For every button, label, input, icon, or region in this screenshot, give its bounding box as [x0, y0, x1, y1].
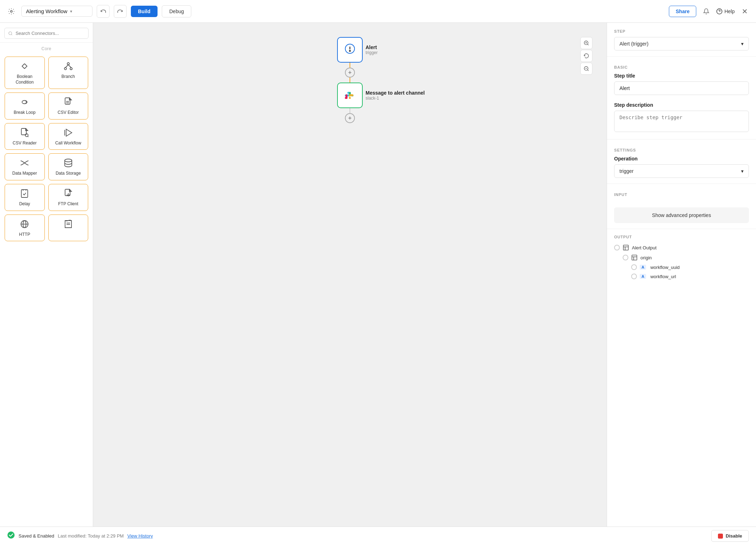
show-advanced-button[interactable]: Show advanced properties	[614, 207, 749, 223]
workflow-title: Alerting Workflow	[26, 8, 67, 14]
view-history-link[interactable]: View History	[127, 533, 153, 539]
svg-rect-39	[623, 245, 628, 250]
disable-label: Disable	[726, 533, 742, 539]
gear-icon[interactable]	[6, 6, 17, 17]
output-radio-alert-output[interactable]	[614, 245, 620, 250]
svg-line-4	[11, 34, 12, 35]
search-wrap	[0, 23, 93, 43]
help-button[interactable]: Help	[716, 8, 735, 15]
csv-reader-label: CSV Reader	[13, 141, 37, 146]
break-loop-icon	[20, 97, 29, 107]
alert-trigger-label: Alert trigger	[366, 44, 378, 55]
connector-break-loop[interactable]: Break Loop	[5, 92, 45, 120]
step-desc-textarea[interactable]	[614, 111, 749, 132]
data-mapper-icon	[20, 158, 29, 168]
divider-1	[607, 56, 756, 57]
delay-icon	[20, 189, 29, 199]
http-icon	[20, 219, 29, 229]
output-item-workflow-url[interactable]: A workflow_url	[631, 272, 749, 281]
undo-button[interactable]	[97, 5, 110, 18]
divider-3	[607, 184, 756, 184]
debug-button[interactable]: Debug	[162, 5, 191, 17]
output-radio-workflow-url[interactable]	[631, 274, 637, 279]
connector-call-workflow[interactable]: Call Workflow	[48, 123, 89, 150]
alert-trigger-node[interactable]	[337, 37, 363, 63]
close-button[interactable]: ✕	[739, 6, 750, 17]
output-children-1: origin A workflow_uuid A workflow_url	[614, 253, 749, 281]
redo-button[interactable]	[114, 5, 127, 18]
zoom-in-button[interactable]	[580, 37, 592, 49]
workflow-title-dropdown[interactable]: Alerting Workflow ▾	[21, 6, 92, 17]
slack-message-node[interactable]	[337, 83, 363, 108]
input-section: INPUT	[607, 186, 756, 204]
http-label: HTTP	[19, 232, 30, 238]
connector-book[interactable]	[48, 215, 89, 242]
step-dropdown-value: Alert (trigger)	[619, 41, 649, 47]
connector-csv-editor[interactable]: CSV Editor	[48, 92, 89, 120]
bell-icon[interactable]	[701, 6, 712, 17]
delay-label: Delay	[19, 201, 30, 207]
output-item-origin[interactable]: origin	[623, 253, 749, 263]
right-panel: Step Alert (trigger) ▾ BASIC Step title …	[607, 23, 756, 527]
step-title-input[interactable]	[614, 81, 749, 95]
output-item-workflow-uuid[interactable]: A workflow_uuid	[631, 263, 749, 272]
operation-dropdown[interactable]: trigger ▾	[614, 164, 749, 178]
output-radio-workflow-uuid[interactable]	[631, 264, 637, 270]
connector-delay[interactable]: Delay	[5, 184, 45, 211]
status-modified: Last modified: Today at 2:29 PM	[58, 533, 123, 539]
output-children-2: A workflow_uuid A workflow_url	[623, 263, 749, 281]
connector-http[interactable]: HTTP	[5, 215, 45, 242]
help-label: Help	[724, 9, 735, 14]
svg-point-18	[65, 159, 72, 162]
connector-data-storage[interactable]: Data Storage	[48, 153, 89, 180]
connector-data-mapper[interactable]: Data Mapper	[5, 153, 45, 180]
output-item-alert-output[interactable]: Alert Output	[614, 243, 749, 253]
sidebar: Core BooleanCondition B	[0, 23, 93, 527]
svg-rect-42	[632, 255, 637, 260]
canvas: Alert trigger +	[93, 23, 607, 527]
output-radio-origin[interactable]	[623, 255, 628, 260]
bottombar: Saved & Enabled Last modified: Today at …	[0, 527, 756, 545]
type-badge-workflow-url: A	[640, 274, 646, 279]
zoom-controls	[580, 37, 592, 75]
search-input[interactable]	[16, 31, 85, 36]
svg-point-14	[25, 134, 28, 137]
svg-rect-19	[21, 190, 28, 197]
svg-point-5	[67, 63, 69, 65]
build-button[interactable]: Build	[131, 6, 158, 17]
ftp-client-icon	[64, 189, 72, 199]
break-loop-label: Break Loop	[14, 110, 36, 116]
output-label: OUTPUT	[614, 235, 749, 239]
connector-boolean-condition[interactable]: BooleanCondition	[5, 57, 45, 89]
status-label: Saved & Enabled	[18, 533, 54, 539]
alert-icon	[344, 43, 356, 57]
connector-grid: BooleanCondition Branch	[0, 53, 93, 244]
boolean-condition-icon	[20, 61, 29, 71]
data-mapper-label: Data Mapper	[12, 171, 37, 176]
status-check-icon	[7, 531, 15, 541]
ftp-client-label: FTP Client	[58, 201, 78, 207]
svg-line-9	[68, 65, 71, 68]
csv-editor-icon	[64, 97, 72, 107]
output-section: OUTPUT Alert Output	[607, 231, 756, 285]
zoom-out-button[interactable]	[580, 63, 592, 75]
add-node-button-1[interactable]: +	[345, 68, 355, 78]
disable-dot-icon	[718, 534, 723, 539]
disable-button[interactable]: Disable	[711, 530, 749, 542]
branch-label: Branch	[62, 74, 75, 80]
basic-label: BASIC	[614, 65, 749, 69]
connector-csv-reader[interactable]: CSV Reader	[5, 123, 45, 150]
step-dropdown[interactable]: Alert (trigger) ▾	[614, 37, 749, 51]
search-box[interactable]	[4, 28, 89, 39]
zoom-reset-button[interactable]	[580, 50, 592, 62]
svg-point-0	[11, 10, 12, 12]
connector-line-3	[350, 108, 350, 113]
connector-ftp-client[interactable]: FTP Client	[48, 184, 89, 211]
topbar: Alerting Workflow ▾ Build Debug Share He…	[0, 0, 756, 23]
type-badge-workflow-uuid: A	[640, 265, 646, 270]
step-desc-label: Step description	[614, 102, 749, 108]
share-button[interactable]: Share	[669, 6, 696, 17]
add-node-button-2[interactable]: +	[345, 113, 355, 123]
main-area: Core BooleanCondition B	[0, 23, 756, 527]
connector-branch[interactable]: Branch	[48, 57, 89, 89]
